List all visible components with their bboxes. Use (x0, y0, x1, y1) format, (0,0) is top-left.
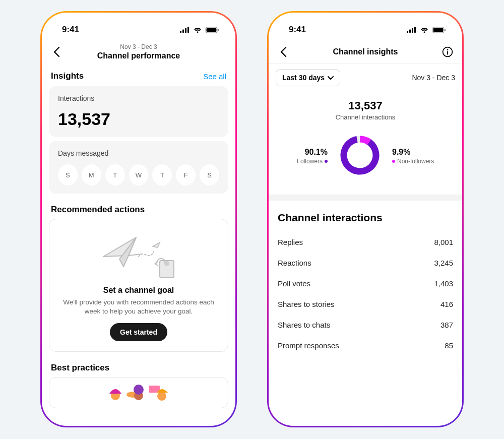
stat-label: Replies (278, 238, 303, 246)
nonfollowers-label: Non-followers (397, 158, 434, 166)
insights-heading: Insights (51, 71, 84, 81)
summary-value: 13,537 (269, 99, 462, 112)
svg-rect-2 (185, 28, 186, 33)
nonfollowers-pct: 9.9% (392, 147, 434, 158)
interactions-value: 13,537 (58, 109, 219, 129)
back-button[interactable] (49, 44, 64, 59)
wifi-icon (420, 27, 429, 33)
stat-value: 85 (445, 341, 453, 350)
stat-value: 1,403 (434, 279, 453, 288)
battery-icon (205, 27, 219, 33)
phone-frame-left: 9:41 Nov 3 - D (40, 11, 237, 427)
best-practices-heading: Best practices (51, 363, 226, 373)
legend-dot-magenta (392, 160, 395, 163)
svg-rect-16 (409, 30, 411, 33)
interactions-label: Interactions (58, 94, 219, 102)
stat-value: 416 (440, 300, 453, 308)
section-divider (269, 195, 462, 201)
battery-icon (432, 27, 446, 33)
svg-rect-1 (182, 30, 184, 33)
followers-pct: 90.1% (297, 147, 328, 158)
summary-label: Channel interactions (269, 113, 462, 121)
days-messaged-card[interactable]: Days messaged S M T W T F S (49, 141, 228, 194)
donut-chart (338, 133, 382, 179)
date-range-text: Nov 3 - Dec 3 (412, 74, 455, 82)
interactions-heading: Channel interactions (278, 212, 453, 224)
chevron-down-icon (328, 74, 334, 82)
stat-value: 3,245 (434, 259, 453, 267)
status-time: 9:41 (289, 25, 306, 35)
svg-rect-0 (180, 31, 181, 33)
stat-value: 387 (440, 321, 453, 329)
day-chip: T (105, 164, 125, 185)
people-illustration (55, 384, 222, 402)
date-filter-chip[interactable]: Last 30 days (276, 69, 340, 86)
page-title: Channel performance (97, 51, 180, 60)
svg-rect-18 (414, 27, 416, 33)
svg-rect-3 (187, 27, 189, 33)
stat-label: Shares to stories (278, 300, 335, 308)
day-chip: T (152, 164, 172, 185)
svg-rect-17 (412, 28, 413, 33)
stat-row: Prompt responses85 (276, 335, 455, 356)
svg-rect-21 (445, 29, 446, 31)
stat-label: Reactions (278, 259, 311, 267)
info-button[interactable] (440, 44, 455, 59)
status-time: 9:41 (62, 25, 79, 35)
recommended-heading: Recommended actions (51, 205, 226, 215)
stat-value: 8,001 (434, 238, 453, 246)
stat-row: Shares to stories416 (276, 294, 455, 315)
svg-rect-20 (433, 28, 444, 32)
svg-rect-5 (207, 28, 217, 32)
paper-plane-illustration (60, 229, 217, 280)
wifi-icon (193, 27, 202, 33)
followers-legend: 90.1% Followers (297, 147, 328, 165)
cellular-icon (180, 27, 190, 33)
svg-rect-24 (447, 51, 448, 54)
stat-label: Shares to chats (278, 321, 330, 329)
nonfollowers-legend: 9.9% Non-followers (392, 147, 434, 165)
day-chip: M (82, 164, 101, 185)
page-title: Channel insights (333, 47, 398, 56)
best-practices-card[interactable] (49, 377, 228, 408)
cellular-icon (407, 27, 417, 33)
day-chip: F (176, 164, 196, 185)
recommended-desc: We'll provide you with recommended actio… (60, 298, 217, 316)
header-date-range: Nov 3 - Dec 3 (97, 43, 180, 50)
date-filter-label: Last 30 days (282, 74, 325, 82)
get-started-button[interactable]: Get started (110, 323, 167, 341)
followers-label: Followers (297, 158, 323, 166)
stat-label: Poll votes (278, 279, 310, 288)
stat-row: Poll votes1,403 (276, 273, 455, 294)
see-all-link[interactable]: See all (203, 72, 226, 81)
status-bar: 9:41 (269, 13, 462, 40)
legend-dot-purple (325, 160, 328, 163)
svg-point-23 (447, 49, 449, 50)
svg-point-12 (134, 385, 144, 395)
phone-frame-right: 9:41 Channel i (267, 11, 464, 427)
svg-rect-15 (407, 31, 408, 33)
nav-header: Nov 3 - Dec 3 Channel performance (42, 40, 235, 64)
nav-header: Channel insights (269, 40, 462, 64)
svg-point-14 (157, 392, 166, 401)
days-row: S M T W T F S (58, 164, 219, 185)
day-chip: S (200, 164, 219, 185)
stat-row: Reactions3,245 (276, 253, 455, 273)
day-chip: W (129, 164, 149, 185)
svg-rect-6 (218, 29, 219, 31)
status-bar: 9:41 (42, 13, 235, 40)
day-chip: S (58, 164, 78, 185)
stat-row: Shares to chats387 (276, 315, 455, 335)
recommended-card: Set a channel goal We'll provide you wit… (49, 219, 228, 352)
stat-label: Prompt responses (278, 341, 339, 350)
interactions-card[interactable]: Interactions 13,537 (49, 86, 228, 137)
days-messaged-label: Days messaged (58, 149, 219, 157)
back-button[interactable] (276, 44, 291, 59)
summary-stat: 13,537 Channel interactions (269, 99, 462, 121)
stat-row: Replies8,001 (276, 232, 455, 253)
recommended-title: Set a channel goal (60, 286, 217, 295)
